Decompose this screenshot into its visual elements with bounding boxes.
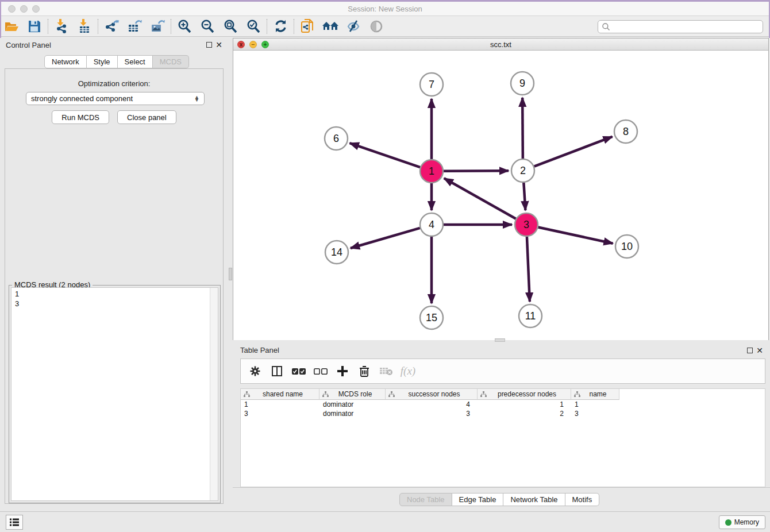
show-columns-button[interactable] [267,361,287,381]
close-panel-button[interactable]: Close panel [117,110,176,124]
zoom-selected-button[interactable] [242,17,265,36]
graph-edge-3-10[interactable] [538,227,613,243]
column-header-shared-name[interactable]: shared name [241,389,319,400]
export-network-button[interactable] [100,17,123,36]
graph-edge-2-3[interactable] [523,183,525,210]
network-graph[interactable]: 1234678910111415 [233,51,768,340]
mcds-result-textarea[interactable]: 13 [11,287,218,501]
table-cell: 3 [386,409,478,418]
add-row-button[interactable] [333,361,352,381]
global-search-field[interactable] [598,20,763,33]
memory-status-icon [725,519,732,526]
control-panel-close-icon[interactable]: ✕ [215,40,222,49]
tab-network-table[interactable]: Network Table [503,493,565,506]
table-cell: 2 [478,409,571,418]
refresh-view-button[interactable] [269,17,292,36]
export-image-button[interactable] [146,17,169,36]
export-table-button[interactable] [123,17,146,36]
tab-select[interactable]: Select [118,55,153,68]
mcds-result-scrollbar[interactable] [210,288,218,500]
graph-edge-1-2[interactable] [444,171,509,171]
list-icon [9,518,20,527]
tab-network[interactable]: Network [44,55,87,68]
deselect-all-icon [314,368,328,375]
column-header-name[interactable]: name [571,389,619,400]
table-cell: 1 [241,400,319,409]
column-header-successor-nodes[interactable]: successor nodes [386,389,478,400]
network-canvas[interactable]: 1234678910111415 [233,51,768,340]
zoom-fit-icon [223,19,238,34]
hide-labels-button[interactable] [342,17,365,36]
save-session-button[interactable] [23,17,46,36]
tab-mcds[interactable]: MCDS [153,55,189,68]
table-tabs: Node TableEdge TableNetwork TableMotifs [399,493,599,506]
global-search-input[interactable] [610,21,763,33]
select-all-icon [292,368,306,375]
table-cell: dominator [319,409,386,418]
zoom-in-button[interactable] [173,17,196,36]
tree-icon [322,391,329,398]
zoom-fit-button[interactable] [219,17,242,36]
graph-edge-3-11[interactable] [527,237,530,302]
optimization-criterion-select[interactable]: strongly connected component ▲▼ [26,92,205,105]
zoom-out-button[interactable] [196,17,219,36]
memory-button[interactable]: Memory [719,515,765,529]
table-panel-close-icon[interactable]: ✕ [756,346,763,355]
mcds-result-values: 13 [11,288,209,500]
graph-edge-2-9[interactable] [522,98,523,159]
table-settings-button[interactable] [245,361,265,381]
mcds-result-line: 3 [15,299,209,309]
splitter-grip[interactable] [229,268,232,280]
main-area: Control Panel ✕ NetworkStyleSelectMCDS O… [0,37,770,511]
graph-edge-4-14[interactable] [351,228,420,248]
show-graphics-button[interactable] [365,17,388,36]
graph-edge-1-6[interactable] [350,143,420,167]
search-icon [602,22,610,31]
window-title: Session: New Session [0,5,770,13]
deselect-all-button[interactable] [311,361,330,381]
eye-icon [369,20,383,33]
tab-node-table[interactable]: Node Table [399,493,452,506]
import-table-button[interactable] [73,17,96,36]
column-header-MCDS-role[interactable]: MCDS role [319,389,386,400]
hide-labels-icon [346,19,361,34]
save-icon [28,20,41,33]
table-row[interactable]: 1dominator411 [241,400,765,409]
graph-node-label: 4 [429,219,434,230]
memory-label: Memory [734,518,759,526]
select-all-button[interactable] [289,361,309,381]
table-cell: 3 [241,409,319,418]
graph-node-label: 1 [429,165,434,177]
column-header-predecessor-nodes[interactable]: predecessor nodes [478,389,571,400]
table-row[interactable]: 3dominator323 [241,409,765,418]
graph-node-label: 8 [623,126,629,137]
delete-table-button[interactable] [376,361,396,381]
clone-network-button[interactable] [296,17,319,36]
control-panel-float-icon[interactable] [206,42,212,48]
graph-edge-2-8[interactable] [534,137,613,167]
function-builder-button[interactable]: f(x) [398,361,418,381]
delete-table-icon [379,367,393,376]
column-header-label: successor nodes [408,390,460,398]
tab-edge-table[interactable]: Edge Table [452,493,504,506]
run-mcds-button[interactable]: Run MCDS [52,110,109,124]
table-panel-float-icon[interactable] [747,348,753,353]
delete-row-button[interactable] [355,361,374,381]
graph-node-label: 9 [519,78,525,89]
vertical-splitter[interactable] [228,37,233,511]
home-layout-button[interactable] [319,17,342,36]
network-window-title: scc.txt [233,40,768,49]
node-table[interactable]: shared nameMCDS rolesuccessor nodesprede… [240,388,765,487]
tab-style[interactable]: Style [87,55,118,68]
network-window-titlebar[interactable]: x − + scc.txt [233,38,768,51]
import-network-button[interactable] [50,17,73,36]
open-session-button[interactable] [0,17,23,36]
graph-node-label: 2 [520,165,526,176]
desktop-background-edge [0,0,770,2]
table-cell: 1 [571,400,619,409]
tree-icon [480,391,487,398]
status-bar: Memory [0,511,770,532]
tab-motifs[interactable]: Motifs [565,493,600,506]
task-history-button[interactable] [6,515,23,530]
graph-edge-3-1[interactable] [444,178,516,218]
